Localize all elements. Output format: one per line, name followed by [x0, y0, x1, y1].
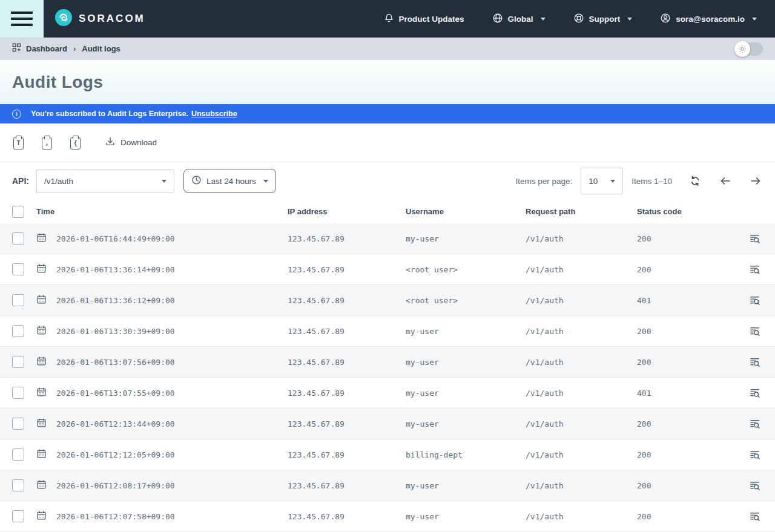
support-menu[interactable]: Support: [573, 13, 633, 25]
row-checkbox[interactable]: [12, 294, 24, 306]
row-time: 2026-01-06T12:07:58+09:00: [56, 512, 175, 521]
download-label: Download: [120, 138, 157, 147]
view-log-details-button[interactable]: [747, 478, 762, 493]
log-details-icon: [749, 264, 760, 275]
chevron-down-icon: [162, 180, 167, 183]
column-header-time: Time: [36, 207, 288, 216]
calendar-icon: [36, 387, 47, 399]
row-checkbox[interactable]: [12, 325, 24, 337]
refresh-icon: [689, 175, 701, 187]
row-request-path: /v1/auth: [526, 327, 637, 336]
copy-as-csv-button[interactable]: ,: [42, 136, 54, 150]
copy-as-json-button[interactable]: {: [70, 136, 82, 150]
view-log-details-button[interactable]: [747, 386, 762, 400]
theme-toggle[interactable]: [735, 42, 763, 56]
row-checkbox[interactable]: [12, 232, 24, 245]
items-per-page-label: Items per page:: [515, 177, 572, 186]
row-ip-address: 123.45.67.89: [288, 327, 406, 336]
toolbar: T , { Download: [0, 123, 775, 162]
select-all-checkbox[interactable]: [12, 206, 24, 218]
row-checkbox[interactable]: [12, 479, 24, 491]
menu-button[interactable]: [0, 0, 44, 38]
row-checkbox[interactable]: [12, 448, 24, 461]
table-header: Time IP address Username Request path St…: [0, 200, 775, 223]
calendar-icon: [36, 510, 47, 522]
view-log-details-button[interactable]: [747, 262, 762, 277]
row-time: 2026-01-06T13:36:14+09:00: [56, 265, 175, 274]
row-time: 2026-01-06T13:36:12+09:00: [56, 296, 175, 305]
column-header-ip-address: IP address: [288, 207, 406, 216]
refresh-button[interactable]: [688, 174, 702, 188]
view-log-details-button[interactable]: [747, 509, 762, 524]
clipboard-csv-glyph: ,: [45, 140, 48, 146]
log-details-icon: [749, 326, 760, 337]
arrow-right-icon: [750, 175, 762, 187]
brand-name: SORACOM: [79, 13, 145, 25]
previous-page-button[interactable]: [718, 174, 733, 188]
breadcrumb-dashboard[interactable]: Dashboard: [26, 44, 67, 53]
product-updates-label: Product Updates: [399, 15, 464, 24]
row-checkbox[interactable]: [12, 510, 24, 522]
column-header-status-code: Status code: [637, 207, 739, 216]
row-checkbox[interactable]: [12, 263, 24, 275]
view-log-details-button[interactable]: [747, 293, 762, 307]
view-log-details-button[interactable]: [747, 355, 762, 369]
arrow-left-icon: [719, 175, 731, 187]
dashboard-grid-icon: [12, 43, 21, 54]
row-request-path: /v1/auth: [526, 419, 637, 429]
row-status-code: 401: [637, 296, 739, 305]
soracom-logo-icon: [54, 8, 73, 29]
unsubscribe-link[interactable]: Unsubscribe: [191, 110, 237, 118]
account-menu[interactable]: sora@soracom.io: [660, 13, 757, 25]
copy-as-text-button[interactable]: T: [13, 136, 25, 150]
row-checkbox[interactable]: [12, 356, 24, 368]
download-icon: [105, 136, 116, 149]
calendar-icon: [36, 479, 47, 491]
row-username: <root user>: [406, 265, 526, 274]
row-username: my-user: [406, 481, 526, 490]
row-time: 2026-01-06T13:07:55+09:00: [56, 389, 175, 398]
table-row: 2026-01-06T12:12:05+09:00 123.45.67.89 b…: [0, 439, 775, 470]
row-status-code: 200: [637, 265, 739, 274]
globe-icon: [492, 13, 503, 25]
table-row: 2026-01-06T13:36:14+09:00 123.45.67.89 <…: [0, 254, 775, 285]
calendar-icon: [36, 232, 47, 245]
row-checkbox[interactable]: [12, 418, 24, 430]
product-updates-button[interactable]: Product Updates: [384, 13, 464, 25]
log-details-icon: [749, 356, 760, 368]
table-row: 2026-01-06T13:07:55+09:00 123.45.67.89 m…: [0, 378, 775, 409]
row-ip-address: 123.45.67.89: [288, 512, 406, 521]
view-log-details-button[interactable]: [747, 416, 762, 431]
column-header-username: Username: [406, 207, 526, 216]
api-select[interactable]: /v1/auth: [36, 169, 174, 192]
items-per-page-value: 10: [589, 177, 598, 186]
pagination-controls: Items per page: 10 Items 1–10: [515, 168, 763, 194]
row-username: my-user: [406, 327, 526, 336]
next-page-button[interactable]: [748, 174, 763, 188]
view-log-details-button[interactable]: [747, 447, 762, 462]
info-icon: i: [12, 110, 21, 119]
global-menu[interactable]: Global: [492, 13, 546, 25]
calendar-icon: [36, 356, 47, 368]
table-row: 2026-01-06T13:30:39+09:00 123.45.67.89 m…: [0, 316, 775, 347]
row-status-code: 200: [637, 358, 739, 367]
table-row: 2026-01-06T12:07:58+09:00 123.45.67.89 m…: [0, 501, 775, 532]
items-per-page-select[interactable]: 10: [581, 168, 623, 194]
table-row: 2026-01-06T12:13:44+09:00 123.45.67.89 m…: [0, 409, 775, 439]
bell-icon: [384, 13, 394, 25]
time-range-button[interactable]: Last 24 hours: [183, 169, 276, 193]
row-checkbox[interactable]: [12, 387, 24, 399]
account-label: sora@soracom.io: [676, 15, 745, 24]
download-button[interactable]: Download: [105, 136, 157, 149]
calendar-icon: [36, 325, 47, 337]
chevron-down-icon: [610, 180, 615, 183]
clipboard-json-icon: {: [70, 137, 81, 149]
clock-icon: [191, 175, 202, 187]
calendar-icon: [36, 448, 47, 461]
filter-bar: API: /v1/auth Last 24 hours Items per pa…: [0, 162, 775, 200]
row-ip-address: 123.45.67.89: [288, 419, 406, 429]
view-log-details-button[interactable]: [747, 231, 762, 246]
row-ip-address: 123.45.67.89: [288, 265, 406, 274]
view-log-details-button[interactable]: [747, 324, 762, 338]
table-row: 2026-01-06T13:36:12+09:00 123.45.67.89 <…: [0, 285, 775, 316]
